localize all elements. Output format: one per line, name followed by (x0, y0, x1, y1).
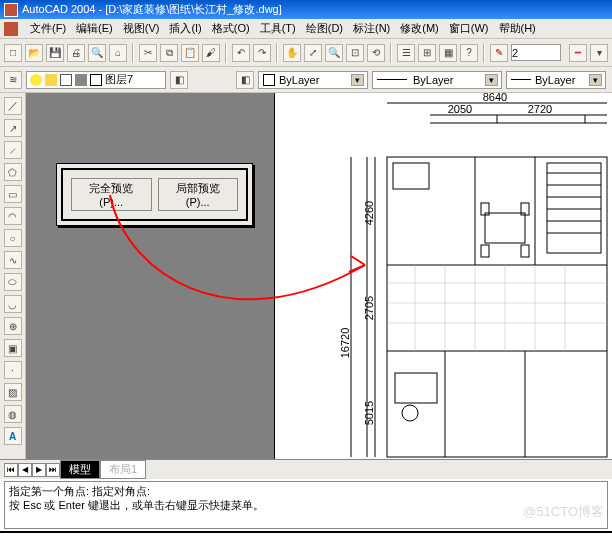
color-combo[interactable]: ByLayer (258, 71, 368, 89)
zoom-rt-icon[interactable]: ⤢ (304, 44, 322, 62)
point-icon[interactable]: · (4, 361, 22, 379)
model-space-left[interactable]: 完全预览(P)... 局部预览(P)... (26, 93, 274, 459)
linetype-combo[interactable]: ByLayer (372, 71, 502, 89)
block-icon[interactable]: ▣ (4, 339, 22, 357)
svg-rect-29 (393, 163, 429, 189)
menu-modify[interactable]: 修改(M) (396, 20, 443, 37)
lock-icon (60, 74, 72, 86)
cut-icon[interactable]: ✂ (139, 44, 157, 62)
color-swatch (263, 74, 275, 86)
copy-icon[interactable]: ⧉ (160, 44, 178, 62)
xline-icon[interactable]: ↗ (4, 119, 22, 137)
region-icon[interactable]: ◍ (4, 405, 22, 423)
separator (483, 43, 485, 63)
ellipse-icon[interactable]: ⬭ (4, 273, 22, 291)
partial-preview-button[interactable]: 局部预览(P)... (158, 178, 239, 211)
title-bar: AutoCAD 2004 - [D:\家庭装修\图纸\长江村_修改.dwg] (0, 0, 612, 19)
full-preview-button[interactable]: 完全预览(P)... (71, 178, 152, 211)
circle-icon[interactable]: ○ (4, 229, 22, 247)
separator (276, 43, 278, 63)
svg-rect-28 (521, 245, 529, 257)
dim-far-left: 16720 (339, 328, 351, 359)
tp-icon[interactable]: ▦ (439, 44, 457, 62)
color-ctrl-icon[interactable]: ◧ (236, 71, 254, 89)
layout-tabs: ⏮ ◀ ▶ ⏭ 模型 布局1 (0, 459, 612, 479)
preview-icon[interactable]: 🔍 (88, 44, 106, 62)
bottom-border (0, 531, 612, 535)
redo-icon[interactable]: ↷ (253, 44, 271, 62)
paste-icon[interactable]: 📋 (181, 44, 199, 62)
svg-rect-24 (485, 213, 525, 243)
linetype-value: ByLayer (413, 74, 453, 86)
style-icon[interactable]: ▾ (590, 44, 608, 62)
command-line[interactable]: 指定第一个角点: 指定对角点: 按 Esc 或 Enter 键退出，或单击右键显… (4, 481, 608, 529)
tab-first-icon[interactable]: ⏮ (4, 463, 18, 477)
tab-next-icon[interactable]: ▶ (32, 463, 46, 477)
undo-icon[interactable]: ↶ (232, 44, 250, 62)
zoomprev-icon[interactable]: ⟲ (367, 44, 385, 62)
tab-last-icon[interactable]: ⏭ (46, 463, 60, 477)
menu-file[interactable]: 文件(F) (26, 20, 70, 37)
drawing-viewport[interactable]: 8640 2050 2720 4260 2705 5015 16720 (274, 93, 612, 459)
layer-prev-icon[interactable]: ◧ (170, 71, 188, 89)
tab-prev-icon[interactable]: ◀ (18, 463, 32, 477)
new-icon[interactable]: □ (4, 44, 22, 62)
preview-dialog: 完全预览(P)... 局部预览(P)... (56, 163, 253, 226)
text-icon[interactable]: A (4, 427, 22, 445)
rect-icon[interactable]: ▭ (4, 185, 22, 203)
pan-icon[interactable]: ✋ (283, 44, 301, 62)
match-icon[interactable]: 🖌 (202, 44, 220, 62)
watermark: @51CTO博客 (523, 503, 604, 521)
print-icon[interactable]: 🖨 (67, 44, 85, 62)
window-title: AutoCAD 2004 - [D:\家庭装修\图纸\长江村_修改.dwg] (22, 2, 282, 17)
menu-edit[interactable]: 编辑(E) (72, 20, 117, 37)
lw-preset-icon[interactable]: ━ (569, 44, 587, 62)
tab-layout1[interactable]: 布局1 (100, 460, 146, 479)
menu-bar[interactable]: 文件(F) 编辑(E) 视图(V) 插入(I) 格式(O) 工具(T) 绘图(D… (0, 19, 612, 39)
doc-icon[interactable] (4, 22, 18, 36)
lineweight-value: ByLayer (535, 74, 575, 86)
menu-draw[interactable]: 绘图(D) (302, 20, 347, 37)
tab-model[interactable]: 模型 (60, 460, 100, 479)
color-value: ByLayer (279, 74, 319, 86)
menu-dim[interactable]: 标注(N) (349, 20, 394, 37)
dc-icon[interactable]: ⊞ (418, 44, 436, 62)
plot-icon (75, 74, 87, 86)
props-icon[interactable]: ☰ (397, 44, 415, 62)
dim-top-b: 2720 (528, 103, 552, 115)
polygon-icon[interactable]: ⬠ (4, 163, 22, 181)
separator (390, 43, 392, 63)
arc-icon[interactable]: ◠ (4, 207, 22, 225)
publish-icon[interactable]: ⌂ (109, 44, 127, 62)
app-icon (4, 3, 18, 17)
menu-view[interactable]: 视图(V) (119, 20, 164, 37)
menu-insert[interactable]: 插入(I) (165, 20, 205, 37)
dim-left-b: 2705 (363, 296, 375, 320)
layer-mgr-icon[interactable]: ≋ (4, 71, 22, 89)
lineweight-input[interactable] (511, 44, 561, 61)
save-icon[interactable]: 💾 (46, 44, 64, 62)
menu-window[interactable]: 窗口(W) (445, 20, 493, 37)
draw-toolbar: ／ ↗ ⟋ ⬠ ▭ ◠ ○ ∿ ⬭ ◡ ⊕ ▣ · ▨ ◍ A (0, 93, 26, 459)
lineweight-combo[interactable]: ByLayer (506, 71, 606, 89)
menu-format[interactable]: 格式(O) (208, 20, 254, 37)
ellipsearc-icon[interactable]: ◡ (4, 295, 22, 313)
hatch-icon[interactable]: ▨ (4, 383, 22, 401)
menu-tools[interactable]: 工具(T) (256, 20, 300, 37)
linetype-swatch (377, 79, 407, 80)
spline-icon[interactable]: ∿ (4, 251, 22, 269)
lw-swatch (511, 79, 531, 80)
help-icon[interactable]: ? (460, 44, 478, 62)
pen-icon[interactable]: ✎ (490, 44, 508, 62)
zoomwin-icon[interactable]: ⊡ (346, 44, 364, 62)
line-icon[interactable]: ／ (4, 97, 22, 115)
menu-help[interactable]: 帮助(H) (495, 20, 540, 37)
work-area: ／ ↗ ⟋ ⬠ ▭ ◠ ○ ∿ ⬭ ◡ ⊕ ▣ · ▨ ◍ A 完全预览(P).… (0, 93, 612, 459)
zoommisc-icon[interactable]: 🔍 (325, 44, 343, 62)
pline-icon[interactable]: ⟋ (4, 141, 22, 159)
open-icon[interactable]: 📂 (25, 44, 43, 62)
svg-rect-0 (387, 157, 607, 457)
layer-combo[interactable]: 图层7 (26, 71, 166, 89)
layer-color-swatch (90, 74, 102, 86)
insert-icon[interactable]: ⊕ (4, 317, 22, 335)
